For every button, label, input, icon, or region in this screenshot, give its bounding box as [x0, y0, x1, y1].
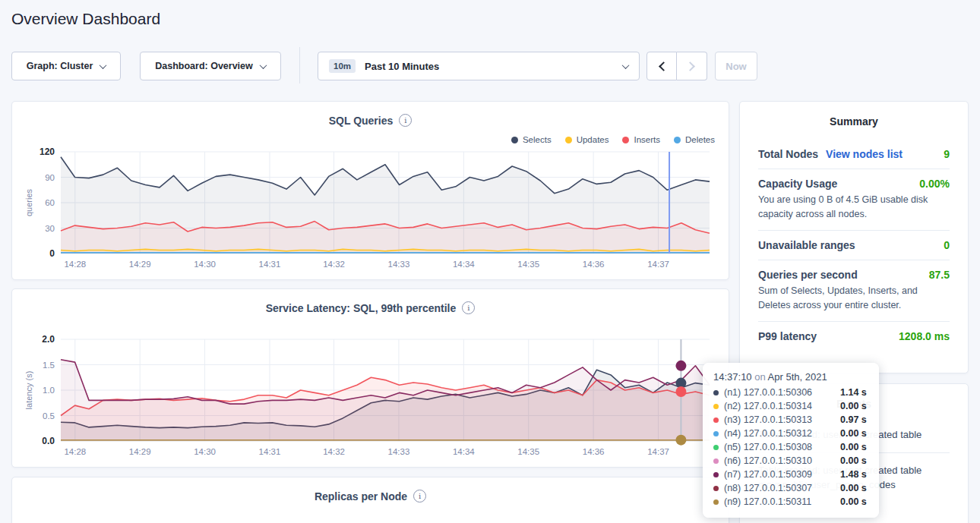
time-range-dropdown[interactable]: 10m Past 10 Minutes	[318, 52, 640, 80]
svg-text:1.5: 1.5	[43, 361, 55, 370]
chevron-down-icon	[100, 61, 107, 69]
tooltip-row: (n6) 127.0.0.1:503100.00 s	[713, 454, 868, 468]
info-icon[interactable]: i	[413, 490, 426, 503]
svg-text:1.0: 1.0	[43, 386, 55, 395]
node-color-dot-icon	[713, 499, 719, 505]
tooltip-node-label: (n1) 127.0.0.1:50306	[724, 387, 835, 398]
svg-text:0.5: 0.5	[43, 411, 55, 421]
node-color-dot-icon	[713, 458, 719, 464]
tooltip-node-label: (n9) 127.0.0.1:50311	[724, 496, 835, 507]
sql-legend: SelectsUpdatesInsertsDeletes	[511, 135, 715, 144]
time-next-button[interactable]	[677, 52, 707, 80]
tooltip-row: (n7) 127.0.0.1:503091.48 s	[713, 468, 868, 481]
service-latency-chart[interactable]: 14:2814:2914:3014:3114:3214:3314:3414:35…	[23, 333, 722, 462]
toolbar-divider	[299, 47, 300, 83]
tooltip-node-label: (n6) 127.0.0.1:50310	[724, 455, 835, 466]
svg-text:60: 60	[45, 198, 55, 207]
summary-title: Summary	[758, 115, 950, 128]
qps-value: 87.5	[929, 269, 950, 281]
svg-text:14:32: 14:32	[323, 447, 345, 456]
svg-text:14:30: 14:30	[194, 260, 216, 269]
summary-row-capacity: Capacity Usage 0.00%	[758, 169, 950, 191]
node-color-dot-icon	[713, 472, 719, 477]
svg-text:14:28: 14:28	[64, 260, 86, 269]
capacity-usage-value: 0.00%	[919, 178, 950, 190]
node-color-dot-icon	[713, 431, 719, 436]
tooltip-date: Apr 5th, 2021	[768, 371, 827, 383]
view-nodes-list-link[interactable]: View nodes list	[826, 148, 903, 160]
svg-text:14:34: 14:34	[453, 260, 475, 269]
graph-dropdown[interactable]: Graph: Cluster	[11, 52, 121, 80]
tooltip-row: (n3) 127.0.0.1:503130.97 s	[713, 413, 868, 427]
tooltip-node-value: 0.00 s	[840, 428, 867, 439]
tooltip-node-value: 0.00 s	[840, 455, 867, 466]
svg-text:14:29: 14:29	[129, 260, 151, 269]
tooltip-node-value: 1.48 s	[840, 469, 867, 480]
chevron-right-icon	[685, 61, 695, 71]
summary-row-qps: Queries per second 87.5	[758, 260, 950, 282]
svg-text:14:34: 14:34	[453, 447, 475, 456]
capacity-usage-label: Capacity Usage	[758, 178, 837, 190]
svg-text:120: 120	[40, 147, 55, 157]
p99-latency-label: P99 latency	[758, 330, 817, 342]
chart-hover-tooltip: 14:37:10 on Apr 5th, 2021 (n1) 127.0.0.1…	[703, 363, 879, 518]
chevron-left-icon	[659, 61, 669, 71]
tooltip-row: (n4) 127.0.0.1:503120.00 s	[713, 427, 868, 440]
svg-text:14:33: 14:33	[388, 260, 410, 269]
dashboard-dropdown[interactable]: Dashboard: Overview	[140, 52, 281, 80]
node-color-dot-icon	[713, 390, 719, 395]
tooltip-row: (n9) 127.0.0.1:503110.00 s	[713, 495, 868, 509]
tooltip-node-value: 0.97 s	[840, 414, 867, 425]
node-color-dot-icon	[713, 417, 719, 423]
p99-latency-value: 1208.0 ms	[899, 330, 950, 342]
svg-text:0.0: 0.0	[42, 436, 55, 446]
tooltip-row: (n5) 127.0.0.1:503080.00 s	[713, 440, 868, 454]
tooltip-row: (n8) 127.0.0.1:503070.00 s	[713, 481, 868, 495]
info-icon[interactable]: i	[399, 114, 412, 127]
tooltip-node-label: (n5) 127.0.0.1:50308	[724, 442, 835, 452]
svg-text:14:28: 14:28	[64, 447, 86, 456]
svg-text:14:36: 14:36	[583, 260, 605, 269]
tooltip-on: on	[754, 371, 765, 383]
legend-item-inserts[interactable]: Inserts	[622, 135, 660, 144]
chevron-down-icon	[622, 61, 630, 69]
legend-item-selects[interactable]: Selects	[511, 135, 552, 144]
chevron-down-icon	[259, 61, 267, 69]
legend-label: Updates	[577, 135, 609, 144]
info-icon[interactable]: i	[462, 301, 475, 314]
tooltip-rows: (n1) 127.0.0.1:503061.14 s(n2) 127.0.0.1…	[713, 386, 868, 509]
total-nodes-value: 9	[944, 148, 950, 160]
svg-text:14:35: 14:35	[517, 260, 539, 269]
time-range-badge: 10m	[329, 59, 356, 73]
legend-label: Deletes	[685, 135, 715, 144]
node-color-dot-icon	[713, 486, 719, 491]
legend-dot-icon	[674, 137, 681, 143]
svg-text:14:29: 14:29	[129, 447, 151, 456]
legend-item-deletes[interactable]: Deletes	[674, 135, 715, 144]
svg-text:queries: queries	[24, 188, 33, 216]
capacity-usage-desc: You are using 0 B of 4.5 GiB usable disk…	[758, 191, 950, 231]
tooltip-node-value: 0.00 s	[840, 483, 867, 493]
legend-item-updates[interactable]: Updates	[565, 135, 609, 144]
svg-text:14:31: 14:31	[259, 260, 281, 269]
tooltip-node-label: (n2) 127.0.0.1:50314	[724, 401, 835, 411]
tooltip-node-value: 0.00 s	[840, 401, 867, 411]
qps-desc: Sum of Selects, Updates, Inserts, and De…	[758, 282, 950, 322]
svg-text:14:35: 14:35	[517, 447, 539, 456]
svg-text:2.0: 2.0	[42, 334, 55, 345]
svg-text:14:36: 14:36	[583, 447, 605, 456]
overview-dashboard-page: Overview Dashboard Graph: Cluster Dashbo…	[0, 0, 980, 523]
tooltip-node-label: (n7) 127.0.0.1:50309	[724, 469, 835, 480]
sql-queries-title: SQL Queries	[329, 115, 394, 127]
svg-text:90: 90	[45, 173, 55, 182]
now-button[interactable]: Now	[715, 52, 757, 80]
time-prev-button[interactable]	[646, 52, 677, 80]
page-title: Overview Dashboard	[11, 10, 160, 28]
svg-text:14:37: 14:37	[647, 260, 669, 269]
tooltip-node-label: (n8) 127.0.0.1:50307	[724, 483, 835, 493]
svg-text:14:32: 14:32	[323, 260, 345, 269]
legend-dot-icon	[511, 137, 518, 143]
summary-row-unavailable-ranges: Unavailable ranges 0	[758, 231, 950, 260]
replicas-per-node-title: Replicas per Node	[315, 490, 407, 503]
sql-queries-chart[interactable]: 14:2814:2914:3014:3114:3214:3314:3414:35…	[23, 146, 722, 275]
